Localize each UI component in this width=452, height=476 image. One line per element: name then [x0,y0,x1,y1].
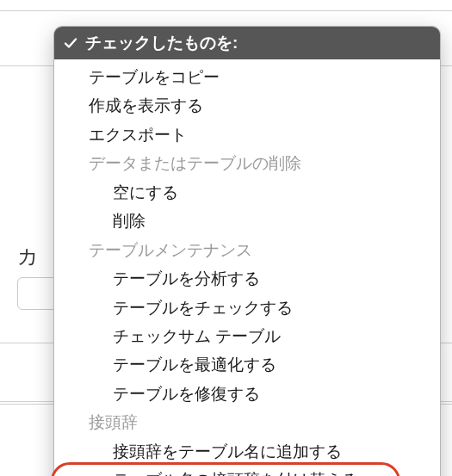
menu-item-repair[interactable]: テーブルを修復する [54,380,440,408]
menu-item-empty[interactable]: 空にする [54,178,440,207]
menu-item-checksum[interactable]: チェックサム テーブル [54,322,440,350]
sidebar-letter: カ [17,243,39,270]
menu-body: テーブルをコピー 作成を表示する エクスポート データまたはテーブルの削除 空に… [54,59,440,476]
menu-header: チェックしたものを: [54,27,440,59]
menu-item-drop[interactable]: 削除 [54,207,440,235]
menu-section-maintenance: テーブルメンテナンス [54,236,440,264]
menu-section-delete: データまたはテーブルの削除 [54,149,440,177]
menu-item-replace-prefix[interactable]: テーブル名の接頭辞を付け替える [54,466,440,476]
menu-item-check[interactable]: テーブルをチェックする [54,294,440,322]
menu-section-prefix: 接頭辞 [54,408,440,436]
menu-item-analyze[interactable]: テーブルを分析する [54,264,440,293]
menu-item-add-prefix[interactable]: 接頭辞をテーブル名に追加する [54,437,440,466]
menu-item-show-create[interactable]: 作成を表示する [54,91,440,120]
menu-item-export[interactable]: エクスポート [54,121,440,149]
dropdown-menu[interactable]: チェックしたものを: テーブルをコピー 作成を表示する エクスポート データまた… [53,26,441,476]
menu-item-copy-table[interactable]: テーブルをコピー [54,63,440,91]
menu-item-optimize[interactable]: テーブルを最適化する [54,350,440,379]
check-icon [63,36,78,50]
menu-header-label: チェックしたものを: [85,32,238,54]
